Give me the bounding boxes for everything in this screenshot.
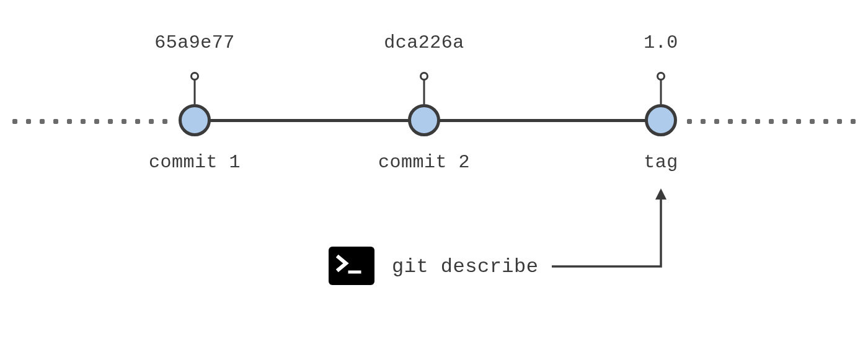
commit-hash-label: 65a9e77 bbox=[154, 32, 235, 53]
timeline-connector bbox=[434, 119, 651, 122]
commit-node bbox=[408, 104, 440, 136]
commit-node bbox=[179, 104, 211, 136]
command-text: git describe bbox=[392, 255, 538, 278]
pin-connector bbox=[660, 79, 662, 104]
command-arrow bbox=[549, 183, 673, 276]
tag-version-label: 1.0 bbox=[644, 32, 678, 53]
git-describe-diagram: 65a9e77 commit 1 dca226a commit 2 1.0 ta… bbox=[0, 0, 868, 347]
pin-head bbox=[420, 72, 428, 81]
pin-head bbox=[657, 72, 665, 81]
pin-connector bbox=[423, 79, 425, 104]
tag-label: tag bbox=[644, 152, 678, 173]
commit-hash-label: dca226a bbox=[384, 32, 464, 53]
timeline-dots-left bbox=[12, 119, 174, 124]
timeline-dots-right bbox=[687, 119, 861, 124]
pin-head bbox=[190, 72, 199, 81]
timeline-connector bbox=[205, 119, 415, 122]
commit-label: commit 2 bbox=[378, 152, 470, 173]
commit-label: commit 1 bbox=[149, 152, 241, 173]
pin-connector bbox=[194, 79, 196, 104]
terminal-icon bbox=[329, 247, 374, 285]
tag-node bbox=[645, 104, 677, 136]
